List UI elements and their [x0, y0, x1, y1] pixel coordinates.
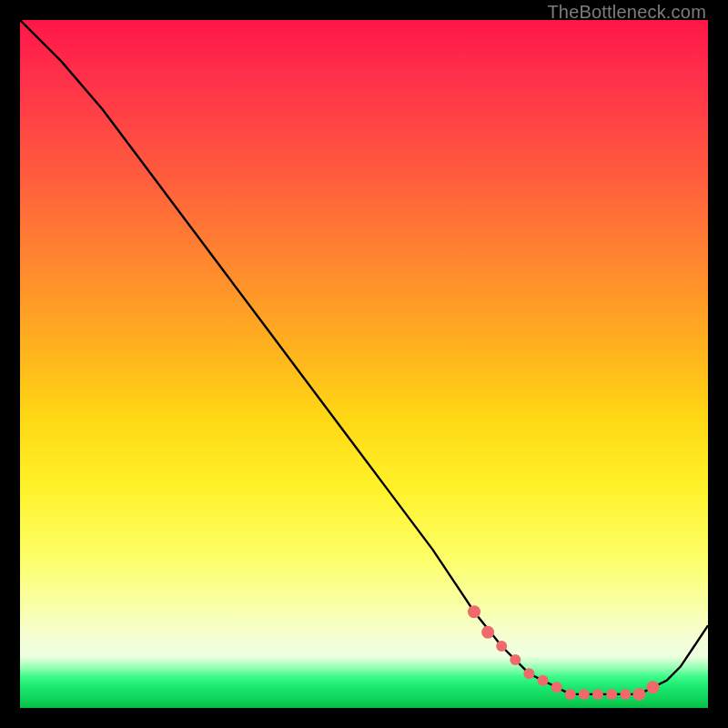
curve-marker	[510, 654, 521, 665]
attribution-text: TheBottleneck.com	[547, 2, 706, 23]
bottleneck-curve	[20, 20, 708, 694]
curve-marker	[606, 689, 617, 700]
curve-marker	[579, 689, 590, 700]
curve-marker	[620, 689, 631, 700]
curve-marker	[523, 668, 534, 679]
marker-group	[468, 605, 660, 701]
curve-marker	[647, 681, 660, 693]
curve-marker	[481, 626, 494, 639]
bottleneck-curve-svg	[20, 20, 708, 708]
curve-marker	[538, 675, 549, 686]
curve-marker	[632, 688, 645, 701]
curve-marker	[468, 605, 480, 618]
curve-marker	[496, 641, 507, 652]
curve-marker	[565, 689, 576, 700]
plot-area	[20, 20, 708, 708]
chart-frame: TheBottleneck.com	[0, 0, 728, 728]
curve-marker	[592, 689, 603, 700]
curve-marker	[551, 682, 562, 693]
